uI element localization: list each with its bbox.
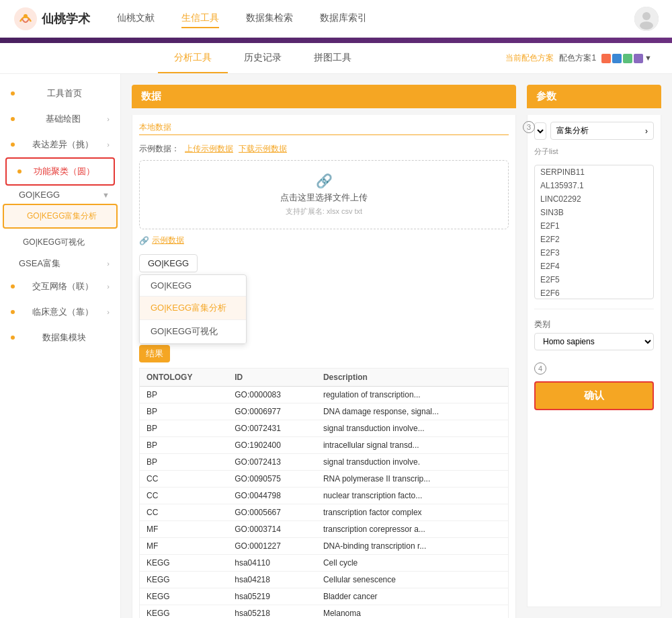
molecule-list-box[interactable]: SERPINB11AL135937.1LINC02292SIN3BE2F1E2F… bbox=[534, 165, 654, 299]
result-area: 结果 bbox=[139, 345, 509, 362]
enrichment-label: 富集分析 bbox=[556, 125, 589, 137]
sidebar-arrow-expression: › bbox=[107, 141, 110, 149]
sidebar-item-expression[interactable]: 表达差异（挑） › bbox=[0, 132, 120, 157]
main-layout: 工具首页 基础绘图 › 表达差异（挑） › 功能聚类（圆） GO|KEGG ▼ … bbox=[0, 74, 672, 618]
sidebar-item-clinical[interactable]: 临床意义（靠） › bbox=[0, 299, 120, 325]
col-ontology: ONTOLOGY bbox=[140, 369, 228, 387]
sidebar-sub-gokegg-viz[interactable]: GO|KEGG可视化 bbox=[0, 231, 120, 254]
dropdown-item-enrichment[interactable]: GO|KEGG富集分析 bbox=[140, 297, 246, 320]
sidebar-dot-expression bbox=[11, 143, 15, 147]
sidebar-label-viz: GO|KEGG可视化 bbox=[19, 234, 110, 251]
table-row: BPGO:1902400intracellular signal transd.… bbox=[140, 437, 508, 454]
local-data-label: 本地数据 bbox=[139, 122, 509, 135]
sidebar-sub-gokegg[interactable]: GO|KEGG ▼ bbox=[0, 186, 120, 204]
svg-point-4 bbox=[640, 22, 653, 30]
step-badge-3: 3 bbox=[523, 121, 535, 133]
molecule-list-item[interactable]: SIN3B bbox=[535, 206, 653, 219]
sidebar-dot-clinical bbox=[11, 310, 15, 314]
params-body: 分子列表 富集分析 › 分子list SERPINB11AL135937.1LI… bbox=[527, 115, 661, 607]
table-row: BPGO:0072431signal transduction involve.… bbox=[140, 420, 508, 437]
table-row: KEGGhsa04218Cellular senescence bbox=[140, 572, 508, 588]
link-icon: 🔗 bbox=[139, 236, 149, 245]
params-header: 参数 bbox=[527, 85, 661, 108]
demo-text: 示例数据： bbox=[139, 143, 179, 155]
sub-nav-puzzle[interactable]: 拼图工具 bbox=[298, 44, 368, 73]
nav-link-shengxin[interactable]: 生信工具 bbox=[181, 9, 219, 28]
molecule-list-item[interactable]: E2F3 bbox=[535, 246, 653, 260]
table-row: BPGO:0072413signal transduction involve. bbox=[140, 454, 508, 471]
species-select[interactable]: Homo sapiens bbox=[534, 333, 654, 350]
molecule-list-item[interactable]: E2F5 bbox=[535, 273, 653, 286]
dropdown-item-gokegg[interactable]: GO|KEGG bbox=[140, 275, 246, 297]
logo-text: 仙桃学术 bbox=[42, 11, 90, 27]
color-scheme-alt[interactable]: 配色方案1 bbox=[559, 52, 596, 64]
molecule-list-item[interactable]: E2F4 bbox=[535, 260, 653, 273]
swatch-2[interactable] bbox=[612, 54, 622, 63]
sidebar-arrow-basic: › bbox=[107, 115, 110, 123]
nav-link-dataset[interactable]: 数据集检索 bbox=[246, 9, 293, 28]
table-row: KEGGhsa05218Melanoma bbox=[140, 605, 508, 619]
sidebar-arrow-gsea: › bbox=[107, 260, 110, 268]
swatch-1[interactable] bbox=[601, 54, 611, 63]
sidebar-item-gsea[interactable]: GSEA富集 › bbox=[0, 254, 120, 274]
confirm-button[interactable]: 确认 bbox=[534, 381, 654, 410]
sidebar-item-network[interactable]: 交互网络（联） › bbox=[0, 274, 120, 299]
data-table: ONTOLOGY ID Description BPGO:0000083regu… bbox=[140, 369, 508, 618]
col-description: Description bbox=[317, 369, 508, 387]
enrichment-button[interactable]: 富集分析 › bbox=[550, 122, 654, 140]
table-row: KEGGhsa04110Cell cycle bbox=[140, 555, 508, 572]
molecule-list-item[interactable]: AL135937.1 bbox=[535, 179, 653, 192]
demo-example-link[interactable]: 示例数据 bbox=[152, 235, 184, 246]
sidebar-dot-function bbox=[17, 169, 22, 173]
download-demo-link[interactable]: 下载示例数据 bbox=[239, 143, 287, 155]
upload-area[interactable]: 🔗 点击这里选择文件上传 支持扩展名: xlsx csv txt bbox=[139, 160, 509, 229]
molecule-list-item[interactable]: E2F1 bbox=[535, 219, 653, 233]
table-row: MFGO:0003714transcription corepressor a.… bbox=[140, 521, 508, 538]
swatch-4[interactable] bbox=[634, 54, 643, 63]
swatch-3[interactable] bbox=[623, 54, 632, 63]
sidebar-item-dataset[interactable]: 数据集模块 bbox=[0, 325, 120, 350]
nav-link-db[interactable]: 数据库索引 bbox=[320, 9, 367, 28]
result-label: 结果 bbox=[139, 345, 170, 362]
sidebar-item-basic[interactable]: 基础绘图 › bbox=[0, 106, 120, 132]
molecule-list-item[interactable]: E2F2 bbox=[535, 233, 653, 246]
sidebar-label-clinical: 临床意义（靠） bbox=[32, 306, 93, 318]
data-table-wrapper[interactable]: ONTOLOGY ID Description BPGO:0000083regu… bbox=[139, 368, 509, 618]
step-badge-4-area: 4 bbox=[534, 362, 654, 375]
sidebar-label-home: 工具首页 bbox=[47, 87, 82, 100]
sidebar-item-home[interactable]: 工具首页 bbox=[0, 81, 120, 106]
sidebar-label-gokegg: GO|KEGG bbox=[19, 190, 60, 200]
logo: 仙桃学术 bbox=[13, 7, 90, 31]
sidebar-arrow-network: › bbox=[107, 282, 110, 291]
scheme-dropdown-icon[interactable]: ▼ bbox=[644, 54, 652, 63]
sub-nav-analysis[interactable]: 分析工具 bbox=[158, 44, 228, 73]
divider bbox=[534, 309, 654, 309]
sidebar-arrow-clinical: › bbox=[107, 308, 110, 316]
table-row: MFGO:0001227DNA-binding transcription r.… bbox=[140, 538, 508, 555]
color-swatches: ▼ bbox=[601, 54, 652, 63]
species-area: 类别 Homo sapiens bbox=[534, 319, 654, 350]
sidebar-group-gokegg: GO|KEGG ▼ GO|KEGG富集分析 GO|KEGG可视化 bbox=[0, 186, 120, 254]
gokegg-tab-row: GO|KEGG bbox=[139, 254, 509, 272]
enrichment-arrow-icon: › bbox=[645, 126, 648, 136]
nav-link-wenxian[interactable]: 仙桃文献 bbox=[117, 9, 155, 28]
avatar[interactable] bbox=[634, 7, 659, 31]
gokegg-tab[interactable]: GO|KEGG bbox=[139, 254, 198, 272]
gokegg-dropdown-menu: GO|KEGG GO|KEGG富集分析 GO|KEGG可视化 bbox=[139, 274, 247, 344]
color-scheme-label[interactable]: 当前配色方案 bbox=[505, 52, 554, 64]
upload-icon: 🔗 bbox=[152, 173, 496, 189]
upload-demo-link[interactable]: 上传示例数据 bbox=[185, 143, 233, 155]
param-top-row: 分子列表 富集分析 › bbox=[534, 122, 654, 140]
sidebar-dot-home bbox=[11, 91, 15, 95]
dropdown-item-viz[interactable]: GO|KEGG可视化 bbox=[140, 320, 246, 344]
molecule-list-item[interactable]: E2F6 bbox=[535, 286, 653, 299]
svg-point-3 bbox=[642, 12, 650, 20]
sidebar-label-dataset: 数据集模块 bbox=[42, 332, 86, 344]
sub-nav-history[interactable]: 历史记录 bbox=[228, 44, 298, 73]
molecule-list-item[interactable]: SERPINB11 bbox=[535, 165, 653, 179]
col-id: ID bbox=[228, 369, 317, 387]
sidebar-sub-gokegg-enrichment[interactable]: GO|KEGG富集分析 bbox=[3, 204, 118, 229]
sidebar-item-function[interactable]: 功能聚类（圆） bbox=[5, 157, 115, 186]
molecule-list-item[interactable]: LINC02292 bbox=[535, 192, 653, 206]
table-row: CCGO:0090575RNA polymerase II transcrip.… bbox=[140, 471, 508, 488]
